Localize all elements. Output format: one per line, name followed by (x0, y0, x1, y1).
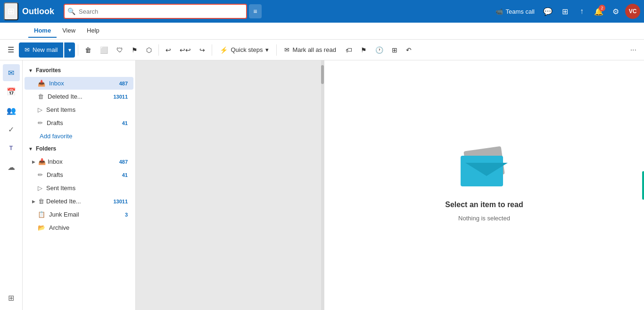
folders-section-header[interactable]: ▼ Folders (23, 142, 135, 155)
undo-button[interactable]: ↶ (402, 42, 415, 58)
undo-icon: ↶ (406, 46, 412, 54)
quick-steps-dropdown-icon: ▾ (265, 46, 269, 53)
folder-item-archive[interactable]: 📂 Archive (25, 221, 133, 234)
reply-all-icon: ↩↩ (180, 46, 191, 54)
new-mail-button[interactable]: ✉ New mail (19, 42, 63, 58)
teams-call-button[interactable]: 📹 Teams call (492, 6, 538, 17)
chat-icon-button[interactable]: 💬 (540, 4, 555, 19)
folder-item-deleted-favorite[interactable]: 🗑 Deleted Ite... 13011 (25, 90, 133, 103)
empty-state-title: Select an item to read (445, 201, 523, 209)
folders-label: Folders (36, 145, 56, 152)
search-icon: 🔍 (67, 8, 75, 15)
message-list[interactable] (136, 60, 324, 310)
inbox-count-favorite: 487 (119, 81, 128, 86)
more-options-button[interactable]: ··· (627, 42, 640, 58)
folder-name: Sent Items (46, 106, 75, 113)
sidebar-cloud-button[interactable]: ☁ (3, 159, 20, 176)
report-button[interactable]: ⚑ (128, 42, 141, 58)
sidebar-calendar-button[interactable]: 📅 (3, 83, 20, 100)
empty-state: Select an item to read Nothing is select… (445, 149, 523, 222)
archive-icon: ⬜ (100, 46, 108, 54)
snooze-button[interactable]: 🕐 (372, 42, 387, 58)
search-filter-button[interactable]: ≡ (249, 4, 262, 18)
categorize-button[interactable]: ⊞ (388, 42, 401, 58)
forward-icon: ↪ (199, 46, 205, 54)
mark-read-label: Mark all as read (292, 46, 336, 53)
sidebar-apps-button[interactable]: ⊞ (3, 289, 20, 306)
scroll-thumb[interactable] (321, 65, 324, 84)
avatar[interactable]: VC (625, 4, 640, 19)
favorites-section-header[interactable]: ▼ Favorites (23, 64, 135, 76)
top-nav-right: 📹 Teams call 💬 ⊞ ↑ 🔔 2 ⚙ VC (492, 4, 640, 19)
folder-item-sent-favorite[interactable]: ▷ Sent Items (25, 103, 133, 116)
folder-item-inbox-favorite[interactable]: 📥 Inbox 487 (25, 77, 133, 90)
new-mail-dropdown-button[interactable]: ▾ (64, 42, 75, 58)
toolbar-separator-3 (212, 44, 212, 56)
reply-all-button[interactable]: ↩↩ (176, 42, 195, 58)
menu-item-help[interactable]: Help (81, 24, 105, 38)
teams-call-label: Teams call (506, 8, 535, 15)
hamburger-button[interactable]: ☰ (4, 42, 18, 58)
inbox-icon: 📥 (38, 158, 46, 165)
folder-name: Inbox (48, 158, 63, 165)
trash-icon: 🗑 (38, 198, 44, 205)
folder-item-drafts[interactable]: ✏ Drafts 41 (25, 168, 133, 181)
inbox-count: 487 (119, 159, 128, 165)
favorites-chevron-icon: ▼ (28, 68, 33, 73)
tag-button[interactable]: 🏷 (342, 42, 356, 58)
search-input[interactable] (64, 4, 247, 19)
sidebar-teams-button[interactable]: T (3, 140, 20, 157)
move-button[interactable]: ⬡ (142, 42, 156, 58)
reply-icon: ↩ (165, 46, 171, 54)
flag-button[interactable]: ⚑ (357, 42, 371, 58)
folder-name: Drafts (47, 171, 63, 178)
toolbar-separator-4 (276, 44, 277, 56)
mark-all-read-button[interactable]: ✉ Mark all as read (280, 42, 340, 58)
tag-icon: 🏷 (346, 46, 352, 54)
forward-button[interactable]: ↪ (196, 42, 209, 58)
video-icon: 📹 (495, 8, 503, 15)
block-button[interactable]: 🛡 (113, 42, 127, 58)
delete-button[interactable]: 🗑 (81, 42, 95, 58)
empty-state-subtitle: Nothing is selected (458, 215, 510, 222)
move-icon: ⬡ (146, 46, 152, 54)
new-mail-label: New mail (33, 46, 58, 53)
icon-sidebar-bottom: ⊞ (3, 289, 20, 310)
folders-chevron-icon: ▼ (28, 146, 33, 151)
folder-item-junk[interactable]: 📋 Junk Email 3 (25, 208, 133, 221)
notification-button[interactable]: 🔔 2 (591, 4, 606, 19)
folder-item-sent[interactable]: ▷ Sent Items (25, 182, 133, 194)
archive-icon: 📂 (38, 224, 45, 231)
reply-button[interactable]: ↩ (162, 42, 175, 58)
share-button[interactable]: ↑ (574, 4, 589, 19)
main-layout: ✉ 📅 👥 ✓ T ☁ ⊞ ▼ Favorites 📥 Inbox 487 🗑 … (0, 60, 644, 310)
folder-name: Deleted Ite... (46, 198, 81, 205)
deleted-count: 13011 (113, 199, 128, 204)
sidebar-mail-button[interactable]: ✉ (3, 64, 20, 81)
trash-icon: 🗑 (38, 93, 44, 100)
add-favorite-button[interactable]: Add favorite (23, 130, 135, 142)
search-container: 🔍 ≡ (64, 4, 262, 19)
sidebar-tasks-button[interactable]: ✓ (3, 121, 20, 138)
folder-item-inbox[interactable]: ▶ 📥 Inbox 487 (25, 155, 133, 168)
scroll-track[interactable] (321, 60, 324, 310)
quick-steps-button[interactable]: ⚡ Quick steps ▾ (215, 42, 273, 58)
icon-sidebar: ✉ 📅 👥 ✓ T ☁ ⊞ (0, 60, 23, 310)
inbox-icon: 📥 (38, 80, 45, 87)
waffle-menu-button[interactable]: ⊞ (4, 2, 18, 20)
mail-icon: ✉ (25, 46, 30, 53)
menu-item-view[interactable]: View (57, 24, 81, 38)
grid-view-button[interactable]: ⊞ (557, 4, 572, 19)
folder-item-drafts-favorite[interactable]: ✏ Drafts 41 (25, 117, 133, 129)
favorites-label: Favorites (36, 67, 61, 74)
folder-item-deleted[interactable]: ▶ 🗑 Deleted Ite... 13011 (25, 195, 133, 208)
folder-name: Junk Email (49, 211, 79, 218)
archive-button[interactable]: ⬜ (96, 42, 112, 58)
green-indicator (642, 171, 644, 200)
settings-button[interactable]: ⚙ (608, 4, 623, 19)
drafts-icon: ✏ (38, 119, 43, 126)
drafts-icon: ✏ (38, 171, 43, 178)
sidebar-people-button[interactable]: 👥 (3, 102, 20, 119)
menu-item-home[interactable]: Home (28, 24, 57, 38)
notification-badge: 2 (599, 5, 605, 11)
